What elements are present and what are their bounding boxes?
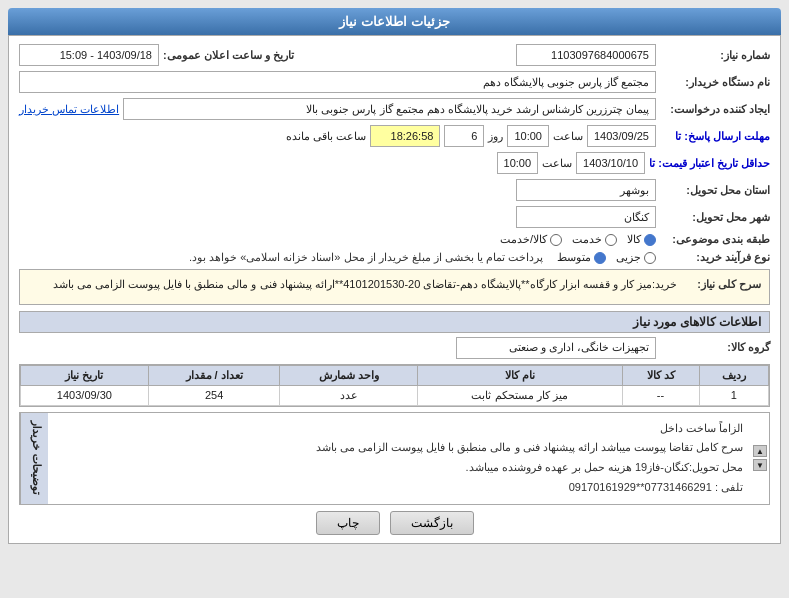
buyer-notes-section: ▲ ▼ الزاماً ساخت داخلسرح کامل تقاضا پیوس… — [19, 412, 770, 505]
response-time-label: ساعت — [553, 130, 583, 143]
validity-time-value: 10:00 — [497, 152, 539, 174]
row-city: شهر محل تحویل: کنگان — [19, 206, 770, 228]
category-label-khedmat: خدمت — [572, 233, 602, 246]
col-qty: تعداد / مقدار — [148, 365, 280, 385]
validity-time-label: ساعت — [542, 157, 572, 170]
goods-group-label: گروه کالا: — [660, 341, 770, 354]
city-value: کنگان — [516, 206, 656, 228]
col-row: ردیف — [699, 365, 768, 385]
response-remain-label: ساعت باقی مانده — [286, 130, 366, 143]
goods-table-wrap: ردیف کد کالا نام کالا واحد شمارش تعداد /… — [19, 364, 770, 407]
purchase-type-label: نوع فرآیند خرید: — [660, 251, 770, 264]
creator-label: ایجاد کننده درخواست: — [660, 103, 770, 116]
page-header: جزئیات اطلاعات نیاز — [8, 8, 781, 35]
col-unit: واحد شمارش — [280, 365, 417, 385]
cell-date: 1403/09/30 — [21, 385, 149, 405]
category-option-kala-khedmat[interactable]: کالا/خدمت — [500, 233, 562, 246]
goods-info-section-title: اطلاعات کالاهای مورد نیاز — [19, 311, 770, 333]
col-date: تاریخ نیاز — [21, 365, 149, 385]
row-category: طبقه بندی موضوعی: کالا خدمت کالا/خدمت — [19, 233, 770, 246]
scroll-controls: ▲ ▼ — [751, 413, 769, 504]
row-buyer-name: نام دستگاه خریدار: مجتمع گاز پارس جنوبی … — [19, 71, 770, 93]
need-number-label: شماره نیاز: — [660, 49, 770, 62]
buyer-notes-line: تلفی : 07731466291**09170161929 — [56, 478, 743, 498]
purchase-type-radio-matavoset — [594, 252, 606, 264]
buyer-notes-line: سرح کامل تقاضا پیوست میباشد ارائه پیشنها… — [56, 438, 743, 458]
cell-row: 1 — [699, 385, 768, 405]
purchase-type-radio-jozi — [644, 252, 656, 264]
col-code: کد کالا — [622, 365, 699, 385]
buyer-notes-line: الزاماً ساخت داخل — [56, 419, 743, 439]
need-number-value: 1103097684000675 — [516, 44, 656, 66]
response-date-value: 1403/09/25 — [587, 125, 656, 147]
response-remain-value: 18:26:58 — [370, 125, 440, 147]
goods-group-value: تجهیزات خانگی، اداری و صنعتی — [456, 337, 656, 359]
category-radio-khedmat — [605, 234, 617, 246]
date-value: 1403/09/18 - 15:09 — [19, 44, 159, 66]
table-row: 1--میز کار مستحکم ثابتعدد2541403/09/30 — [21, 385, 769, 405]
province-value: بوشهر — [516, 179, 656, 201]
province-label: استان محل تحویل: — [660, 184, 770, 197]
category-radio-group: کالا خدمت کالا/خدمت — [500, 233, 656, 246]
scroll-down-btn[interactable]: ▼ — [753, 459, 767, 471]
print-button[interactable]: چاپ — [316, 511, 380, 535]
need-desc-label: سرح کلی نیاز: — [681, 278, 761, 291]
cell-qty: 254 — [148, 385, 280, 405]
purchase-type-label-jozi: جزیی — [616, 251, 641, 264]
cell-code: -- — [622, 385, 699, 405]
response-day-label: روز — [488, 130, 503, 143]
purchase-type-jozi[interactable]: جزیی — [616, 251, 656, 264]
row-creator: ایجاد کننده درخواست: پیمان چترزرین کارشن… — [19, 98, 770, 120]
row-need-number: شماره نیاز: 1103097684000675 تاریخ و ساع… — [19, 44, 770, 66]
city-label: شهر محل تحویل: — [660, 211, 770, 224]
category-radio-kala — [644, 234, 656, 246]
purchase-note: پرداخت تمام یا بخشی از مبلغ خریدار از مح… — [189, 251, 543, 264]
back-button[interactable]: بازگشت — [390, 511, 474, 535]
category-radio-kala-khedmat — [550, 234, 562, 246]
row-goods-group: گروه کالا: تجهیزات خانگی، اداری و صنعتی — [19, 337, 770, 359]
row-province: استان محل تحویل: بوشهر — [19, 179, 770, 201]
category-label-kala: کالا — [627, 233, 641, 246]
category-option-kala[interactable]: کالا — [627, 233, 656, 246]
buyer-notes-label: توضیحات خریدار — [20, 413, 48, 504]
buyer-notes-line: محل تحویل:کنگان-فاز19 هزینه حمل بر عهده … — [56, 458, 743, 478]
row-purchase-type: نوع فرآیند خرید: جزیی متوسط پرداخت تمام … — [19, 251, 770, 264]
page-container: جزئیات اطلاعات نیاز شماره نیاز: 11030976… — [0, 0, 789, 552]
category-option-khedmat[interactable]: خدمت — [572, 233, 617, 246]
category-label: طبقه بندی موضوعی: — [660, 233, 770, 246]
validity-label: حداقل تاریخ اعتبار قیمت: تا — [649, 157, 770, 170]
need-desc-box: سرح کلی نیاز: خرید:میز کار و قفسه ابزار … — [19, 269, 770, 305]
cell-unit: عدد — [280, 385, 417, 405]
need-desc-value: خرید:میز کار و قفسه ابزار کارگاه**پالایش… — [53, 275, 677, 294]
purchase-type-label-matavoset: متوسط — [557, 251, 591, 264]
button-row: بازگشت چاپ — [19, 511, 770, 535]
row-validity: حداقل تاریخ اعتبار قیمت: تا 1403/10/10 س… — [19, 152, 770, 174]
creator-value: پیمان چترزرین کارشناس ارشد خرید پالایشگا… — [123, 98, 656, 120]
row-response-deadline: مهلت ارسال پاسخ: تا 1403/09/25 ساعت 10:0… — [19, 125, 770, 147]
buyer-name-label: نام دستگاه خریدار: — [660, 76, 770, 89]
category-label-kala-khedmat: کالا/خدمت — [500, 233, 547, 246]
scroll-up-btn[interactable]: ▲ — [753, 445, 767, 457]
cell-name: میز کار مستحکم ثابت — [417, 385, 622, 405]
buyer-name-value: مجتمع گاز پارس جنوبی پالایشگاه دهم — [19, 71, 656, 93]
main-content: شماره نیاز: 1103097684000675 تاریخ و ساع… — [8, 35, 781, 544]
response-deadline-label: مهلت ارسال پاسخ: تا — [660, 130, 770, 143]
response-time-value: 10:00 — [507, 125, 549, 147]
response-day-value: 6 — [444, 125, 484, 147]
purchase-type-radio-group: جزیی متوسط — [557, 251, 656, 264]
row-need-desc: سرح کلی نیاز: خرید:میز کار و قفسه ابزار … — [28, 275, 761, 294]
buyer-notes-content: الزاماً ساخت داخلسرح کامل تقاضا پیوست می… — [48, 413, 751, 504]
date-label: تاریخ و ساعت اعلان عمومی: — [163, 49, 294, 62]
validity-date-value: 1403/10/10 — [576, 152, 645, 174]
creator-link[interactable]: اطلاعات تماس خریدار — [19, 103, 119, 116]
col-name: نام کالا — [417, 365, 622, 385]
goods-table: ردیف کد کالا نام کالا واحد شمارش تعداد /… — [20, 365, 769, 406]
page-title: جزئیات اطلاعات نیاز — [339, 14, 449, 29]
purchase-type-matavoset[interactable]: متوسط — [557, 251, 606, 264]
